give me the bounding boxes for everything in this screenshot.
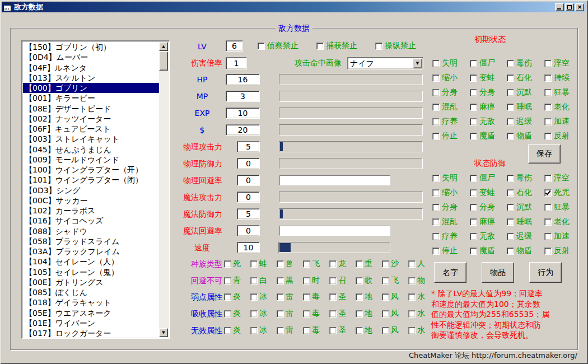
checkbox[interactable] bbox=[382, 260, 389, 268]
dropdown-button[interactable]: ▼ bbox=[413, 58, 422, 68]
checkbox[interactable] bbox=[303, 310, 310, 318]
list-item[interactable]: 【0D4】ムーバー bbox=[23, 52, 159, 62]
checkbox[interactable] bbox=[470, 233, 477, 240]
checkbox[interactable] bbox=[329, 310, 337, 318]
checkbox[interactable] bbox=[408, 277, 416, 284]
list-item[interactable]: 【009】モールドウインド bbox=[23, 155, 159, 165]
checkbox[interactable] bbox=[277, 277, 284, 284]
field-input[interactable]: 10 bbox=[237, 242, 260, 253]
field-input[interactable]: 0 bbox=[237, 158, 260, 169]
checkbox[interactable] bbox=[356, 327, 363, 334]
list-item[interactable]: 【003】ストレイキャット bbox=[23, 134, 159, 144]
checkbox[interactable] bbox=[224, 310, 231, 318]
list-item[interactable]: 【016】サイコヘッズ bbox=[23, 216, 159, 226]
checkbox[interactable] bbox=[470, 74, 477, 82]
checkbox[interactable] bbox=[408, 310, 416, 318]
checkbox[interactable] bbox=[356, 277, 363, 284]
scroll-down-button[interactable]: ▼ bbox=[159, 328, 168, 337]
checkbox[interactable] bbox=[507, 175, 514, 182]
list-item[interactable]: 【04F】ルネンタ bbox=[23, 63, 159, 73]
checkbox[interactable] bbox=[250, 293, 258, 301]
hit-image-dropdown[interactable]: ナイフ ▼ bbox=[347, 57, 423, 69]
checkbox[interactable] bbox=[470, 89, 477, 96]
checkbox[interactable] bbox=[544, 89, 552, 96]
checkbox[interactable] bbox=[470, 133, 477, 140]
checkbox[interactable] bbox=[224, 260, 231, 268]
checkbox[interactable] bbox=[432, 233, 440, 240]
checkbox[interactable] bbox=[544, 118, 552, 125]
checkbox[interactable] bbox=[470, 248, 477, 255]
list-item[interactable]: 【0D3】シング bbox=[23, 185, 159, 195]
lv-input[interactable]: 6 bbox=[226, 40, 243, 52]
checkbox[interactable] bbox=[507, 189, 514, 197]
checkbox[interactable] bbox=[470, 204, 477, 211]
list-item[interactable]: 【101】ウイングラプター（闭） bbox=[23, 175, 159, 185]
checkbox[interactable] bbox=[544, 204, 552, 211]
list-item[interactable]: 【05E】ウエアスネーク bbox=[23, 308, 159, 318]
field-input[interactable]: 0 bbox=[237, 192, 260, 203]
list-item[interactable]: 【104】セイレーン（人） bbox=[23, 256, 159, 267]
checkbox[interactable] bbox=[329, 260, 337, 268]
enemy-listbox[interactable]: 【150】ゴブリン（初）【0D4】ムーバー【04F】ルネンタ【013】スケルトン… bbox=[21, 40, 170, 339]
checkbox[interactable] bbox=[303, 277, 310, 284]
checkbox[interactable] bbox=[382, 277, 389, 284]
checkbox[interactable] bbox=[382, 293, 389, 301]
checkbox[interactable] bbox=[277, 293, 284, 301]
checkbox[interactable] bbox=[224, 293, 231, 301]
checkbox[interactable] bbox=[470, 60, 477, 67]
checkbox[interactable] bbox=[408, 293, 416, 301]
checkbox[interactable] bbox=[470, 175, 477, 182]
checkbox[interactable] bbox=[507, 118, 514, 125]
close-button[interactable]: × bbox=[575, 3, 584, 11]
list-item[interactable]: 【002】ナッツイーター bbox=[23, 114, 159, 124]
list-item[interactable]: 【105】セイレーン（鬼） bbox=[23, 267, 159, 277]
checkbox[interactable] bbox=[507, 204, 514, 211]
checkbox[interactable] bbox=[544, 233, 552, 240]
checkbox[interactable] bbox=[432, 118, 440, 125]
checkbox[interactable] bbox=[507, 233, 514, 240]
checkbox[interactable] bbox=[432, 218, 440, 226]
field-input[interactable]: 20 bbox=[226, 124, 260, 136]
checkbox[interactable] bbox=[382, 327, 389, 334]
checkbox[interactable] bbox=[470, 104, 477, 111]
field-input[interactable]: 0 bbox=[237, 225, 260, 236]
checkbox[interactable] bbox=[432, 74, 440, 82]
checkbox[interactable] bbox=[432, 248, 440, 255]
checkbox[interactable] bbox=[408, 327, 416, 334]
checkbox[interactable] bbox=[544, 175, 552, 182]
checkbox[interactable] bbox=[432, 104, 440, 111]
list-item[interactable]: 【085】ぼくじん bbox=[23, 287, 159, 297]
checkbox[interactable] bbox=[432, 204, 440, 211]
checkbox[interactable] bbox=[329, 293, 337, 301]
checkbox[interactable] bbox=[544, 133, 552, 140]
checkbox[interactable] bbox=[277, 327, 284, 334]
checkbox[interactable] bbox=[356, 293, 363, 301]
checkbox[interactable] bbox=[356, 260, 363, 268]
item-button[interactable]: 物品 bbox=[482, 262, 514, 283]
checkbox[interactable] bbox=[382, 310, 389, 318]
checkbox[interactable] bbox=[432, 89, 440, 96]
list-item[interactable]: 【01E】ワイバーン bbox=[23, 318, 159, 328]
checkbox[interactable] bbox=[507, 74, 514, 82]
checkbox[interactable] bbox=[470, 218, 477, 226]
list-item[interactable]: 【100】ウイングラプター（开） bbox=[23, 165, 159, 175]
checkbox[interactable] bbox=[432, 175, 440, 182]
field-input[interactable]: 5 bbox=[237, 141, 260, 152]
checkbox[interactable] bbox=[544, 60, 552, 67]
checkbox[interactable] bbox=[250, 310, 258, 318]
checkbox[interactable] bbox=[250, 277, 258, 284]
checkbox[interactable] bbox=[329, 327, 337, 334]
checkbox[interactable] bbox=[250, 260, 258, 268]
list-item[interactable]: 【000】ゴブリン bbox=[23, 83, 159, 93]
checkbox[interactable] bbox=[250, 327, 258, 334]
name-button[interactable]: 名字 bbox=[434, 262, 466, 283]
checkbox[interactable] bbox=[303, 293, 310, 301]
list-item[interactable]: 【08E】デザートピード bbox=[23, 104, 159, 114]
checkbox[interactable] bbox=[375, 43, 382, 50]
list-scrollbar[interactable]: ▲ ▼ bbox=[159, 42, 168, 337]
checkbox[interactable] bbox=[507, 104, 514, 111]
checkbox[interactable] bbox=[507, 248, 514, 255]
field-input[interactable]: 10 bbox=[226, 108, 260, 119]
list-item[interactable]: 【088】シャドウ bbox=[23, 226, 159, 236]
list-item[interactable]: 【058】ブラッドスライム bbox=[23, 236, 159, 246]
